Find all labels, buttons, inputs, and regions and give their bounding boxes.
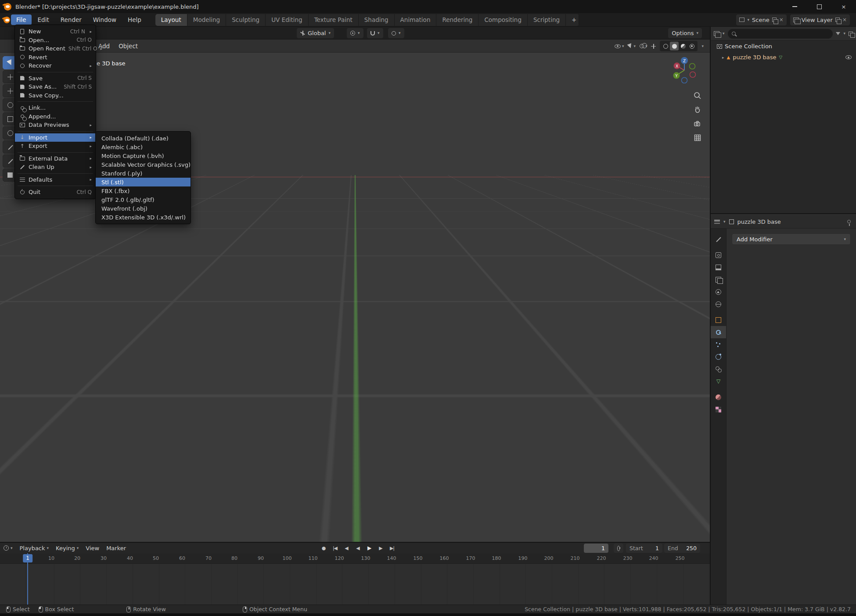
current-frame-field[interactable]: 1 <box>584 544 608 553</box>
file-menu-item-clean-up[interactable]: Clean Up ▸ <box>15 163 96 172</box>
import-item-svg[interactable]: Scalable Vector Graphics (.svg) <box>96 160 191 169</box>
workspace-tab-sculpting[interactable]: Sculpting <box>226 14 266 26</box>
file-menu-item-link[interactable]: Link... <box>15 104 96 112</box>
add-modifier-dropdown[interactable]: Add Modifier ▾ <box>732 233 851 245</box>
file-menu-item-new[interactable]: New Ctrl N ▸ <box>15 27 96 36</box>
zoom-icon[interactable] <box>693 91 702 100</box>
snapping-dropdown[interactable]: ▾ <box>367 28 383 38</box>
scene-selector[interactable]: ▾ Scene × <box>736 14 786 25</box>
gizmo-minus-y-axis[interactable] <box>690 64 695 69</box>
properties-tab-scene[interactable] <box>711 286 726 298</box>
workspace-tab-animation[interactable]: Animation <box>395 14 437 26</box>
file-menu-item-save-copy[interactable]: Save Copy... <box>15 91 96 100</box>
properties-tab-object[interactable] <box>711 314 726 326</box>
properties-editor-type-icon[interactable] <box>714 220 720 224</box>
workspace-tab-texture-paint[interactable]: Texture Paint <box>309 14 359 26</box>
properties-tab-world[interactable] <box>711 298 726 310</box>
proportional-editing-dropdown[interactable]: ▾ <box>388 28 404 38</box>
playhead-frame-badge[interactable]: 1 <box>23 554 32 562</box>
outliner-row-scene-collection[interactable]: Scene Collection <box>711 41 856 52</box>
import-item-stl[interactable]: Stl (.stl) <box>96 178 191 186</box>
properties-tab-texture[interactable] <box>711 403 726 415</box>
remove-view-layer-icon[interactable]: × <box>842 17 847 23</box>
3d-viewport[interactable]: e 3D base Z X Y <box>0 53 710 542</box>
shading-material-button[interactable] <box>679 42 687 50</box>
file-menu-item-export[interactable]: ↑ Export ▸ <box>15 142 96 150</box>
properties-tab-render[interactable] <box>711 249 726 261</box>
viewport-menu-object[interactable]: Object <box>114 43 142 50</box>
import-item-gltf[interactable]: glTF 2.0 (.glb/.gltf) <box>96 195 191 204</box>
play-button[interactable]: ▶ <box>365 545 373 551</box>
pin-icon[interactable] <box>847 220 851 223</box>
jump-to-end-button[interactable]: ▶| <box>388 545 396 551</box>
file-menu-item-open[interactable]: Open... Ctrl O <box>15 36 96 45</box>
file-menu-item-save-as[interactable]: Save As... Shift Ctrl S <box>15 82 96 91</box>
workspace-tab-compositing[interactable]: Compositing <box>478 14 528 26</box>
workspace-tab-uv-editing[interactable]: UV Editing <box>266 14 308 26</box>
pivot-point-dropdown[interactable]: ▾ <box>347 28 363 38</box>
blender-menu-icon[interactable] <box>4 17 10 23</box>
orthographic-grid-icon[interactable] <box>693 133 702 142</box>
timeline-menu-view[interactable]: View <box>86 545 99 552</box>
workspace-tab-shading[interactable]: Shading <box>359 14 395 26</box>
maximize-button[interactable] <box>807 0 831 13</box>
new-scene-icon[interactable] <box>772 18 777 22</box>
file-menu-item-data-previews[interactable]: Data Previews ▸ <box>15 121 96 129</box>
properties-tab-output[interactable] <box>711 261 726 273</box>
import-item-motion-capture[interactable]: Motion Capture (.bvh) <box>96 151 191 160</box>
menu-help[interactable]: Help <box>122 14 147 25</box>
properties-tab-object-data[interactable]: ▽ <box>711 375 726 387</box>
transform-orientation-dropdown[interactable]: Global ▾ <box>297 28 334 38</box>
file-menu-item-recover[interactable]: Recover ▸ <box>15 61 96 70</box>
play-reverse-button[interactable]: ◀ <box>354 545 362 551</box>
view-layer-selector[interactable]: View Layer × <box>790 14 850 25</box>
gizmo-y-axis[interactable]: Y <box>675 74 678 78</box>
properties-tab-modifiers[interactable] <box>711 326 726 338</box>
properties-tab-physics[interactable] <box>711 351 726 363</box>
gizmo-minus-x-axis[interactable] <box>690 72 696 78</box>
timeline-menu-playback[interactable]: Playback ▾ <box>20 545 49 552</box>
file-menu-item-save[interactable]: Save Ctrl S <box>15 74 96 83</box>
pan-hand-icon[interactable] <box>693 105 702 114</box>
menu-edit[interactable]: Edit <box>32 14 54 25</box>
import-item-fbx[interactable]: FBX (.fbx) <box>96 186 191 195</box>
shading-options-chevron-icon[interactable]: ▾ <box>701 44 704 48</box>
options-dropdown[interactable]: Options ▾ <box>668 28 702 38</box>
previous-keyframe-button[interactable]: ◀ <box>342 545 350 551</box>
properties-tab-view-layer[interactable] <box>711 273 726 286</box>
workspace-tab-rendering[interactable]: Rendering <box>436 14 478 26</box>
import-item-wavefront-obj[interactable]: Wavefront (.obj) <box>96 204 191 213</box>
import-item-alembic[interactable]: Alembic (.abc) <box>96 143 191 151</box>
shading-solid-button[interactable] <box>670 42 679 50</box>
timeline-ruler[interactable]: 10 20 30 40 50 60 70 80 90 100 110 120 1… <box>0 553 710 564</box>
gizmos-toggle[interactable] <box>651 44 656 49</box>
properties-tab-active-tool[interactable] <box>711 233 726 245</box>
selectability-dropdown[interactable]: ▾ <box>628 44 636 48</box>
outliner-editor-type-icon[interactable] <box>714 31 719 36</box>
file-menu-item-open-recent[interactable]: Open Recent Shift Ctrl O ▸ <box>15 44 96 53</box>
chevron-down-icon[interactable]: ▾ <box>723 32 725 36</box>
use-preview-range-button[interactable] <box>614 544 623 553</box>
gizmo-z-axis[interactable]: Z <box>683 59 686 63</box>
chevron-down-icon[interactable]: ▾ <box>723 220 726 224</box>
frame-start-field[interactable]: Start 1 <box>626 544 662 553</box>
import-item-collada[interactable]: Collada (Default) (.dae) <box>96 134 191 143</box>
close-button[interactable]: × <box>831 0 856 13</box>
camera-view-icon[interactable] <box>693 119 702 128</box>
navigation-gizmo[interactable]: Z X Y <box>670 55 698 85</box>
hide-in-viewport-eye-icon[interactable] <box>845 55 852 59</box>
timeline-menu-marker[interactable]: Marker <box>106 545 126 552</box>
properties-tab-material[interactable] <box>711 391 726 403</box>
filter-icon[interactable] <box>836 32 840 37</box>
add-workspace-button[interactable]: + <box>566 14 579 26</box>
workspace-tab-scripting[interactable]: Scripting <box>528 14 566 26</box>
gizmo-minus-z-axis[interactable] <box>682 78 687 83</box>
shading-rendered-button[interactable] <box>687 42 696 50</box>
menu-window[interactable]: Window <box>88 14 122 25</box>
file-menu-item-quit[interactable]: Quit Ctrl Q <box>15 188 96 197</box>
next-keyframe-button[interactable]: ▶ <box>377 545 385 551</box>
shading-wireframe-button[interactable] <box>661 42 670 50</box>
remove-scene-icon[interactable]: × <box>779 17 784 23</box>
outliner-row-object[interactable]: ▸ ▲ puzzle 3D base ▽ <box>711 52 856 63</box>
outliner-search-input[interactable] <box>728 29 833 39</box>
